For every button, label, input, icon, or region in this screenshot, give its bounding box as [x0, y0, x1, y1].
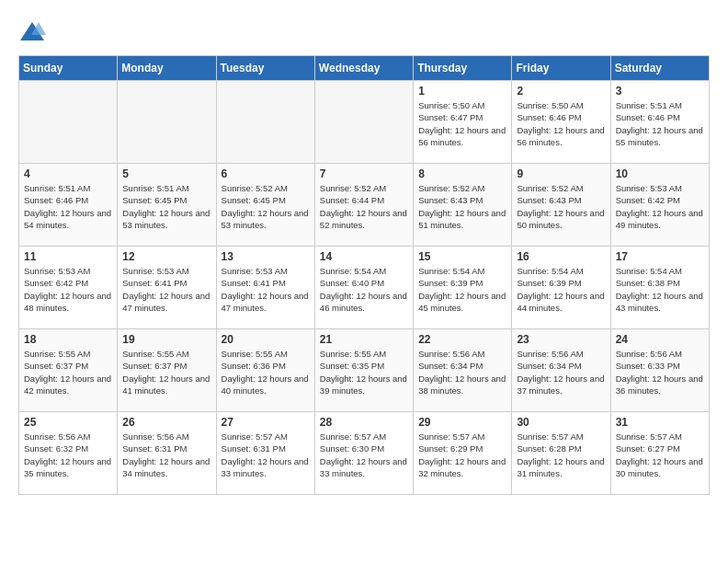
calendar-cell: 6 Sunrise: 5:52 AMSunset: 6:45 PMDayligh… [216, 164, 314, 247]
page-header [18, 18, 710, 46]
calendar-cell: 2 Sunrise: 5:50 AMSunset: 6:46 PMDayligh… [512, 81, 610, 164]
logo-icon [18, 18, 46, 46]
calendar-cell: 16 Sunrise: 5:54 AMSunset: 6:39 PMDaylig… [512, 247, 610, 329]
calendar-cell: 24 Sunrise: 5:56 AMSunset: 6:33 PMDaylig… [610, 329, 709, 412]
header-row: SundayMondayTuesdayWednesdayThursdayFrid… [19, 56, 710, 81]
day-number: 24 [616, 333, 704, 346]
day-info: Sunrise: 5:54 AMSunset: 6:39 PMDaylight:… [418, 265, 506, 314]
day-info: Sunrise: 5:54 AMSunset: 6:39 PMDaylight:… [517, 265, 605, 314]
day-number: 9 [517, 167, 605, 180]
day-info: Sunrise: 5:57 AMSunset: 6:28 PMDaylight:… [517, 431, 605, 479]
day-info: Sunrise: 5:55 AMSunset: 6:36 PMDaylight:… [222, 348, 310, 396]
header-monday: Monday [118, 56, 216, 81]
calendar-cell: 17 Sunrise: 5:54 AMSunset: 6:38 PMDaylig… [610, 247, 709, 329]
header-saturday: Saturday [610, 56, 709, 81]
calendar-cell: 31 Sunrise: 5:57 AMSunset: 6:27 PMDaylig… [610, 412, 709, 495]
day-info: Sunrise: 5:57 AMSunset: 6:29 PMDaylight:… [418, 431, 506, 479]
day-number: 25 [24, 416, 112, 429]
day-number: 2 [517, 85, 605, 98]
calendar-cell: 12 Sunrise: 5:53 AMSunset: 6:41 PMDaylig… [118, 247, 216, 329]
day-number: 4 [24, 167, 112, 180]
day-info: Sunrise: 5:53 AMSunset: 6:41 PMDaylight:… [222, 265, 310, 314]
day-info: Sunrise: 5:54 AMSunset: 6:38 PMDaylight:… [616, 265, 704, 314]
day-info: Sunrise: 5:57 AMSunset: 6:31 PMDaylight:… [222, 431, 310, 479]
day-info: Sunrise: 5:54 AMSunset: 6:40 PMDaylight:… [320, 265, 408, 314]
day-info: Sunrise: 5:53 AMSunset: 6:42 PMDaylight:… [616, 182, 704, 231]
day-number: 26 [122, 416, 210, 429]
calendar-cell: 29 Sunrise: 5:57 AMSunset: 6:29 PMDaylig… [414, 412, 512, 495]
day-info: Sunrise: 5:53 AMSunset: 6:41 PMDaylight:… [122, 265, 210, 314]
day-number: 30 [517, 416, 605, 429]
calendar-cell: 25 Sunrise: 5:56 AMSunset: 6:32 PMDaylig… [19, 412, 118, 495]
day-info: Sunrise: 5:52 AMSunset: 6:45 PMDaylight:… [222, 182, 310, 231]
calendar-cell: 11 Sunrise: 5:53 AMSunset: 6:42 PMDaylig… [19, 247, 118, 329]
day-number: 11 [24, 250, 112, 263]
week-row-3: 11 Sunrise: 5:53 AMSunset: 6:42 PMDaylig… [19, 247, 710, 329]
day-number: 27 [222, 416, 310, 429]
day-number: 12 [122, 250, 210, 263]
day-number: 1 [418, 85, 506, 98]
day-info: Sunrise: 5:53 AMSunset: 6:42 PMDaylight:… [24, 265, 112, 314]
day-info: Sunrise: 5:56 AMSunset: 6:33 PMDaylight:… [616, 348, 704, 396]
day-info: Sunrise: 5:55 AMSunset: 6:37 PMDaylight:… [122, 348, 210, 396]
calendar-cell: 1 Sunrise: 5:50 AMSunset: 6:47 PMDayligh… [414, 81, 512, 164]
week-row-5: 25 Sunrise: 5:56 AMSunset: 6:32 PMDaylig… [19, 412, 710, 495]
day-number: 18 [24, 333, 112, 346]
day-number: 16 [517, 250, 605, 263]
calendar-cell: 21 Sunrise: 5:55 AMSunset: 6:35 PMDaylig… [314, 329, 413, 412]
day-number: 23 [517, 333, 605, 346]
header-tuesday: Tuesday [216, 56, 314, 81]
day-number: 21 [320, 333, 408, 346]
calendar-cell: 10 Sunrise: 5:53 AMSunset: 6:42 PMDaylig… [610, 164, 709, 247]
week-row-2: 4 Sunrise: 5:51 AMSunset: 6:46 PMDayligh… [19, 164, 710, 247]
week-row-4: 18 Sunrise: 5:55 AMSunset: 6:37 PMDaylig… [19, 329, 710, 412]
day-info: Sunrise: 5:56 AMSunset: 6:34 PMDaylight:… [418, 348, 506, 396]
day-info: Sunrise: 5:57 AMSunset: 6:30 PMDaylight:… [320, 431, 408, 479]
day-info: Sunrise: 5:52 AMSunset: 6:43 PMDaylight:… [517, 182, 605, 231]
calendar-cell: 9 Sunrise: 5:52 AMSunset: 6:43 PMDayligh… [512, 164, 610, 247]
day-number: 31 [616, 416, 704, 429]
day-number: 29 [418, 416, 506, 429]
calendar-cell: 7 Sunrise: 5:52 AMSunset: 6:44 PMDayligh… [314, 164, 413, 247]
day-info: Sunrise: 5:52 AMSunset: 6:44 PMDaylight:… [320, 182, 408, 231]
day-number: 8 [418, 167, 506, 180]
day-number: 15 [418, 250, 506, 263]
calendar-cell: 28 Sunrise: 5:57 AMSunset: 6:30 PMDaylig… [314, 412, 413, 495]
day-number: 5 [122, 167, 210, 180]
day-number: 6 [222, 167, 310, 180]
calendar-cell: 4 Sunrise: 5:51 AMSunset: 6:46 PMDayligh… [19, 164, 118, 247]
calendar-cell: 23 Sunrise: 5:56 AMSunset: 6:34 PMDaylig… [512, 329, 610, 412]
day-number: 28 [320, 416, 408, 429]
header-thursday: Thursday [414, 56, 512, 81]
calendar-cell: 5 Sunrise: 5:51 AMSunset: 6:45 PMDayligh… [118, 164, 216, 247]
logo [18, 18, 50, 46]
day-info: Sunrise: 5:52 AMSunset: 6:43 PMDaylight:… [418, 182, 506, 231]
week-row-1: 1 Sunrise: 5:50 AMSunset: 6:47 PMDayligh… [19, 81, 710, 164]
calendar-cell [216, 81, 314, 164]
day-info: Sunrise: 5:51 AMSunset: 6:46 PMDaylight:… [24, 182, 112, 231]
day-number: 3 [616, 85, 704, 98]
day-number: 20 [222, 333, 310, 346]
day-info: Sunrise: 5:57 AMSunset: 6:27 PMDaylight:… [616, 431, 704, 479]
day-info: Sunrise: 5:51 AMSunset: 6:46 PMDaylight:… [616, 99, 704, 148]
calendar-cell: 22 Sunrise: 5:56 AMSunset: 6:34 PMDaylig… [414, 329, 512, 412]
calendar-cell: 18 Sunrise: 5:55 AMSunset: 6:37 PMDaylig… [19, 329, 118, 412]
calendar-cell: 27 Sunrise: 5:57 AMSunset: 6:31 PMDaylig… [216, 412, 314, 495]
day-info: Sunrise: 5:55 AMSunset: 6:35 PMDaylight:… [320, 348, 408, 396]
day-info: Sunrise: 5:51 AMSunset: 6:45 PMDaylight:… [122, 182, 210, 231]
header-friday: Friday [512, 56, 610, 81]
calendar-cell: 30 Sunrise: 5:57 AMSunset: 6:28 PMDaylig… [512, 412, 610, 495]
day-number: 22 [418, 333, 506, 346]
header-sunday: Sunday [19, 56, 118, 81]
day-info: Sunrise: 5:50 AMSunset: 6:47 PMDaylight:… [418, 99, 506, 148]
day-number: 7 [320, 167, 408, 180]
day-info: Sunrise: 5:56 AMSunset: 6:31 PMDaylight:… [122, 431, 210, 479]
day-info: Sunrise: 5:50 AMSunset: 6:46 PMDaylight:… [517, 99, 605, 148]
calendar-cell: 13 Sunrise: 5:53 AMSunset: 6:41 PMDaylig… [216, 247, 314, 329]
calendar-cell [19, 81, 118, 164]
calendar-cell: 14 Sunrise: 5:54 AMSunset: 6:40 PMDaylig… [314, 247, 413, 329]
calendar-cell: 8 Sunrise: 5:52 AMSunset: 6:43 PMDayligh… [414, 164, 512, 247]
day-info: Sunrise: 5:56 AMSunset: 6:32 PMDaylight:… [24, 431, 112, 479]
day-number: 17 [616, 250, 704, 263]
day-info: Sunrise: 5:55 AMSunset: 6:37 PMDaylight:… [24, 348, 112, 396]
